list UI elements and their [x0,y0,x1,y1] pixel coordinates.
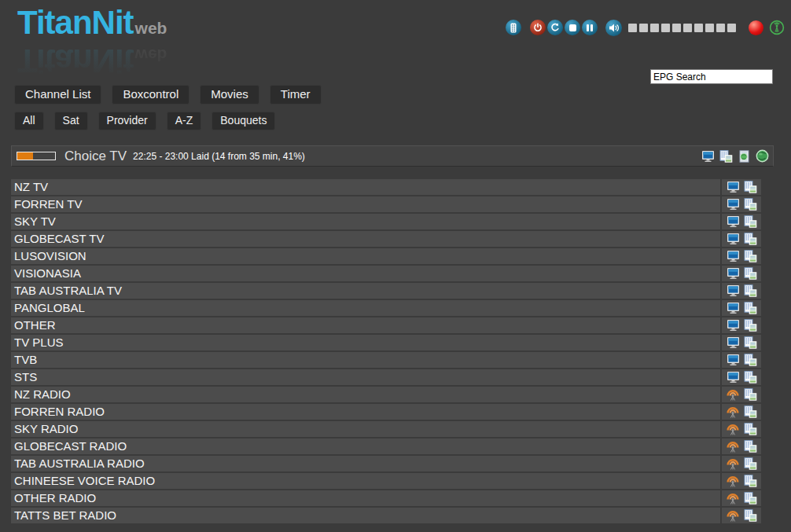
epg-icon[interactable] [744,492,757,504]
tv-icon[interactable] [727,215,740,228]
epg-icon[interactable] [744,302,757,314]
epg-icon[interactable] [744,475,757,487]
epg-icon[interactable] [744,181,757,193]
globe-button[interactable] [756,149,769,163]
channel-name[interactable]: TV PLUS [11,335,720,350]
remote-control-button[interactable] [506,20,521,35]
tv-icon[interactable] [727,336,740,349]
epg-icon[interactable] [744,250,757,262]
standby-button[interactable] [769,20,785,36]
channel-name[interactable]: NZ TV [11,179,720,195]
epg-search-input[interactable] [650,69,773,84]
channel-name[interactable]: TAB AUSTRALIA RADIO [11,456,720,471]
epg-icon[interactable] [744,319,757,332]
epg-web-button[interactable] [738,150,751,163]
power-button[interactable] [530,20,546,35]
channel-name[interactable]: GLOBECAST RADIO [11,438,720,454]
radio-icon[interactable] [726,509,740,522]
radio-icon[interactable] [726,405,740,418]
epg-icon[interactable] [744,371,757,383]
channel-name[interactable]: FORREN RADIO [11,404,720,420]
channel-row-actions [722,387,761,402]
epg-icon[interactable] [744,509,757,522]
tv-icon[interactable] [727,233,740,245]
volume-segment[interactable] [727,24,736,32]
filter-bouquets[interactable]: Bouquets [212,112,275,130]
channel-name[interactable]: OTHER [11,317,720,333]
channel-name[interactable]: SKY TV [11,214,720,229]
epg-icon[interactable] [744,284,757,297]
tab-timer[interactable]: Timer [270,85,322,105]
channel-row: FORREN TV [11,196,761,212]
radio-icon[interactable] [726,388,740,401]
tv-icon[interactable] [727,250,740,262]
stop-button[interactable] [565,20,580,35]
tv-icon[interactable] [727,302,740,314]
epg-icon[interactable] [744,233,757,245]
filter-all[interactable]: All [14,112,44,130]
refresh-button[interactable] [547,20,563,35]
channel-name[interactable]: VISIONASIA [11,266,720,281]
channel-name[interactable]: TVB [11,352,720,368]
channel-row-actions [722,369,761,385]
filter-sat[interactable]: Sat [54,112,88,130]
epg-icon[interactable] [744,267,757,280]
epg-icon[interactable] [744,388,757,401]
channel-name[interactable]: TAB AUSTRALIA TV [11,283,720,299]
volume-segment[interactable] [694,24,703,32]
epg-icon[interactable] [744,198,757,211]
channel-name[interactable]: NZ RADIO [11,387,720,402]
epg-icon[interactable] [744,354,757,366]
channel-row-actions [722,456,761,471]
tab-channel-list[interactable]: Channel List [14,85,101,105]
channel-name[interactable]: PANGLOBAL [11,300,720,316]
tv-icon[interactable] [727,284,740,297]
tv-icon[interactable] [727,181,740,193]
tv-icon[interactable] [727,354,740,366]
volume-segment[interactable] [628,24,637,32]
channel-name[interactable]: TATTS BET RADIO [11,508,720,523]
epg-icon[interactable] [744,215,757,228]
channel-name[interactable]: STS [11,369,720,385]
volume-segment[interactable] [683,24,692,32]
radio-icon[interactable] [726,423,740,435]
channel-name[interactable]: LUSOVISION [11,248,720,264]
radio-icon[interactable] [726,492,740,504]
tv-icon[interactable] [727,198,740,211]
progress-fill [17,152,33,160]
volume-segment[interactable] [661,24,670,32]
tv-icon[interactable] [727,267,740,280]
epg-icon[interactable] [744,336,757,349]
volume-segment[interactable] [672,24,681,32]
pause-button[interactable] [582,20,598,35]
channel-name[interactable]: FORREN TV [11,196,720,212]
radio-icon[interactable] [726,475,740,487]
channel-row: LUSOVISION [11,248,761,264]
radio-icon[interactable] [726,440,740,453]
volume-segment[interactable] [650,24,659,32]
filter-a-z[interactable]: A-Z [167,112,202,130]
volume-segment[interactable] [639,24,648,32]
radio-icon[interactable] [726,457,740,470]
channel-name[interactable]: OTHER RADIO [11,490,720,506]
tv-icon[interactable] [727,319,740,332]
volume-segment[interactable] [705,24,714,32]
stream-tv-button[interactable] [701,150,715,163]
volume-segment[interactable] [716,24,725,32]
channel-row: OTHER [11,317,761,333]
epg-multi-button[interactable] [719,150,733,163]
channel-row-actions [722,179,761,195]
volume-mute-button[interactable] [605,20,622,36]
tab-boxcontrol[interactable]: Boxcontrol [112,85,189,105]
epg-icon[interactable] [744,440,757,453]
channel-name[interactable]: GLOBECAST TV [11,231,720,247]
tab-movies[interactable]: Movies [200,85,259,105]
filter-provider[interactable]: Provider [98,112,156,130]
epg-icon[interactable] [744,457,757,470]
channel-name[interactable]: SKY RADIO [11,421,720,437]
tv-icon[interactable] [727,371,740,383]
channel-name[interactable]: CHINEESE VOICE RADIO [11,473,720,489]
record-indicator[interactable] [749,20,763,35]
epg-icon[interactable] [744,405,757,418]
epg-icon[interactable] [744,423,757,435]
